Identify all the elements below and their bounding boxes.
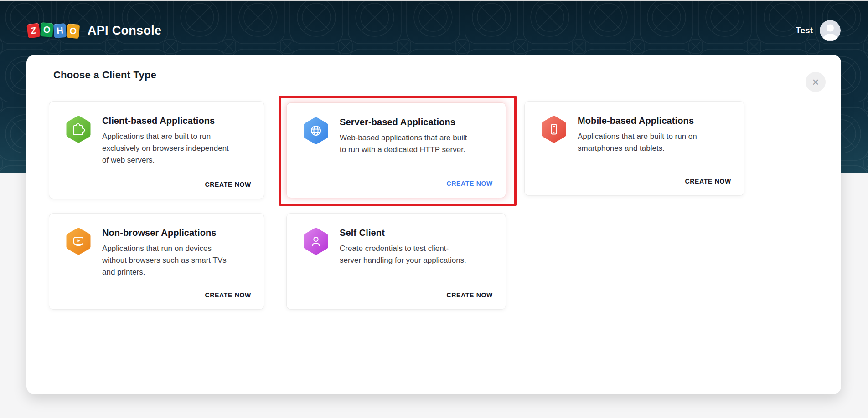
puzzle-icon (65, 115, 92, 144)
card-description: Create credentials to test client-server… (340, 243, 468, 266)
logo-tile-o2: O (67, 23, 80, 38)
logo-tile-h: H (53, 23, 67, 38)
create-now-link[interactable]: CREATE NOW (685, 178, 731, 185)
card-title: Client-based Applications (102, 116, 215, 126)
create-now-link[interactable]: CREATE NOW (205, 291, 251, 299)
zoho-logo[interactable]: Z O H O API Console (27, 24, 161, 38)
dialog-title: Choose a Client Type (53, 69, 156, 81)
user-area[interactable]: Test (796, 20, 841, 41)
globe-icon (302, 116, 330, 145)
person-icon (302, 227, 330, 256)
card-mobile-based-applications[interactable]: Mobile-based Applications Applications t… (524, 101, 744, 196)
card-title: Self Client (340, 228, 385, 238)
zoho-logo-tiles: Z O H O (27, 24, 80, 38)
user-name: Test (796, 25, 813, 36)
close-icon[interactable]: × (806, 72, 826, 92)
avatar[interactable] (820, 20, 841, 41)
card-client-based-applications[interactable]: Client-based Applications Applications t… (49, 101, 264, 199)
choose-client-type-dialog: Choose a Client Type × Client-based Appl… (26, 55, 841, 394)
window-top-edge (0, 0, 868, 1)
smartphone-icon (540, 115, 568, 144)
app-title: API Console (88, 24, 161, 38)
create-now-link[interactable]: CREATE NOW (446, 291, 493, 299)
app-header: Z O H O API Console Test (0, 15, 868, 46)
card-title: Non-browser Applications (102, 228, 217, 238)
card-description: Web-based applications that are built to… (340, 132, 468, 156)
card-server-based-applications[interactable]: Server-based Applications Web-based appl… (286, 102, 506, 198)
card-self-client[interactable]: Self Client Create credentials to test c… (286, 213, 506, 310)
logo-tile-o1: O (40, 22, 53, 37)
logo-tile-z: Z (26, 23, 41, 38)
card-non-browser-applications[interactable]: Non-browser Applications Applications th… (49, 213, 264, 310)
create-now-link[interactable]: CREATE NOW (205, 181, 251, 188)
create-now-link[interactable]: CREATE NOW (446, 180, 493, 187)
monitor-icon (65, 227, 92, 256)
card-description: Applications that run on devices without… (102, 243, 231, 278)
card-title: Mobile-based Applications (578, 116, 694, 126)
card-title: Server-based Applications (340, 117, 455, 127)
card-description: Applications that are built to run exclu… (102, 131, 231, 166)
card-description: Applications that are built to run on sm… (578, 131, 706, 154)
